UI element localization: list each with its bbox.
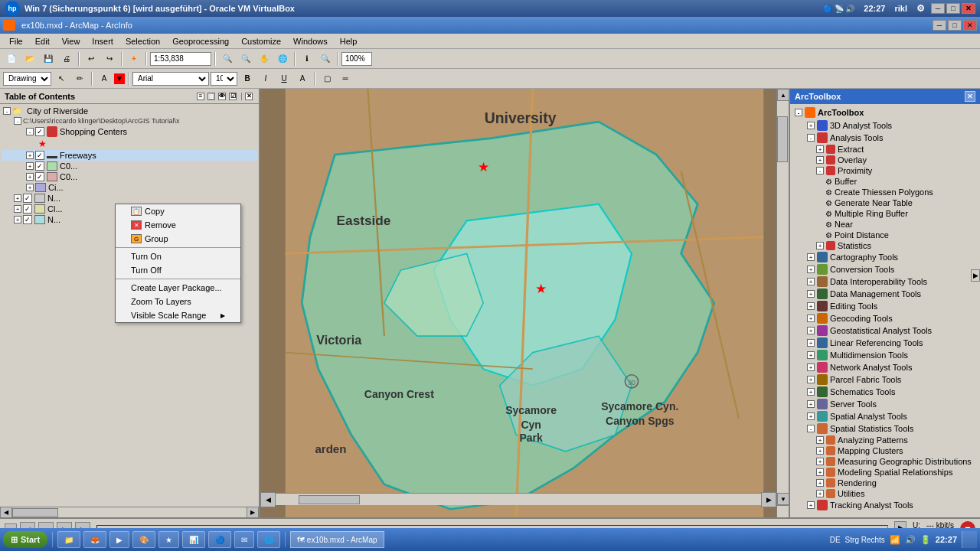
bold-btn[interactable]: B bbox=[239, 71, 256, 86]
tb-near-table[interactable]: ⚙ Generate Near Table bbox=[792, 197, 978, 208]
fill-color-btn[interactable]: ▢ bbox=[318, 71, 335, 86]
tb-measuring-geo[interactable]: + Measuring Geographic Distributions bbox=[792, 456, 978, 467]
expand-editing[interactable]: + bbox=[807, 302, 815, 310]
expand-geocod[interactable]: + bbox=[807, 315, 815, 322]
map-area[interactable]: ★ ★ University Eastside Victoria Canyon … bbox=[260, 89, 789, 517]
expand-analysis[interactable]: - bbox=[807, 134, 815, 142]
tb-linear-ref[interactable]: + Linear Referencing Tools bbox=[792, 337, 978, 349]
full-extent-btn[interactable]: 🌐 bbox=[274, 51, 291, 67]
minimize-button[interactable]: ─ bbox=[931, 3, 945, 14]
taskbar-ie[interactable]: 🌐 bbox=[257, 531, 280, 548]
ctx-create-pkg[interactable]: Create Layer Package... bbox=[116, 281, 240, 295]
expand-nlayer2[interactable]: + bbox=[14, 216, 21, 223]
show-desktop-btn[interactable] bbox=[962, 531, 977, 548]
tb-editing[interactable]: + Editing Tools bbox=[792, 300, 978, 312]
expand-layer1[interactable]: + bbox=[26, 162, 34, 170]
tb-near[interactable]: ⚙ Near bbox=[792, 219, 978, 230]
print-btn[interactable]: 🖨 bbox=[58, 51, 75, 67]
tb-server[interactable]: + Server Tools bbox=[792, 398, 978, 410]
ctx-zoom-layers[interactable]: Zoom To Layers bbox=[116, 295, 240, 308]
layer2-checkbox[interactable] bbox=[35, 172, 44, 181]
undo-btn[interactable]: ↩ bbox=[83, 51, 100, 67]
expand-freeways[interactable]: + bbox=[26, 152, 34, 159]
pan-btn[interactable]: ✋ bbox=[256, 51, 273, 67]
map-scroll-right[interactable]: ▶ bbox=[761, 492, 776, 507]
map-v-thumb[interactable] bbox=[777, 116, 788, 162]
toc-layer1-item[interactable]: + C0... bbox=[2, 161, 257, 171]
toc-freeways-item[interactable]: + Freeways bbox=[2, 150, 257, 161]
add-data-btn[interactable]: + bbox=[126, 51, 142, 67]
toolbox-close-btn[interactable]: ✕ bbox=[965, 91, 975, 102]
taskbar-mail[interactable]: ✉ bbox=[234, 531, 254, 548]
toc-source-view-btn[interactable]: 📋 bbox=[207, 93, 215, 100]
tb-multi-buffer[interactable]: ⚙ Multiple Ring Buffer bbox=[792, 208, 978, 219]
color-btn[interactable]: ▼ bbox=[114, 73, 125, 84]
toc-layer2-item[interactable]: + C0... bbox=[2, 171, 257, 182]
expand-nlayer1[interactable]: + bbox=[14, 194, 21, 202]
font-color-btn[interactable]: A bbox=[294, 71, 311, 86]
expand-arctoolbox[interactable]: - bbox=[795, 109, 802, 116]
tb-root[interactable]: - ArcToolbox bbox=[792, 106, 978, 119]
toc-root-item[interactable]: - 📁 City of Riverside bbox=[2, 106, 257, 116]
redo-btn[interactable]: ↪ bbox=[101, 51, 118, 67]
expand-layer3[interactable]: + bbox=[26, 184, 34, 191]
tb-spatial-analyst[interactable]: + Spatial Analyst Tools bbox=[792, 410, 978, 422]
expand-ap[interactable]: + bbox=[816, 436, 824, 444]
tb-conversion[interactable]: + Conversion Tools bbox=[792, 263, 978, 276]
close-button[interactable]: ✕ bbox=[962, 3, 975, 14]
map-scroll-up[interactable]: ▲ bbox=[777, 89, 789, 101]
toc-scroll-left[interactable]: ◀ bbox=[0, 507, 12, 518]
taskbar-cmd[interactable]: ▶ bbox=[109, 531, 129, 548]
tb-cartography[interactable]: + Cartography Tools bbox=[792, 251, 978, 263]
taskbar-ai[interactable]: ★ bbox=[158, 531, 179, 548]
underline-btn[interactable]: U bbox=[276, 71, 292, 86]
expand-city[interactable]: - bbox=[3, 107, 11, 115]
line-color-btn[interactable]: ═ bbox=[337, 71, 354, 86]
expand-conv[interactable]: + bbox=[807, 266, 815, 273]
expand-util[interactable]: + bbox=[816, 490, 824, 497]
settings-icon[interactable]: ⚙ bbox=[916, 3, 925, 14]
tb-overlay[interactable]: + Overlay bbox=[792, 155, 978, 165]
tb-mapping-clusters[interactable]: + Mapping Clusters bbox=[792, 445, 978, 456]
toolbox-edge-tab[interactable]: ▶ bbox=[971, 269, 980, 282]
menu-insert[interactable]: Insert bbox=[86, 35, 119, 47]
tb-geocoding[interactable]: + Geocoding Tools bbox=[792, 312, 978, 324]
font-dropdown[interactable]: Arial bbox=[132, 72, 209, 86]
expand-extract[interactable]: + bbox=[816, 145, 824, 153]
expand-tracking[interactable]: + bbox=[807, 501, 815, 509]
expand-mg[interactable]: + bbox=[816, 458, 824, 465]
toc-layer3-item[interactable]: + Ci... bbox=[2, 182, 257, 193]
expand-network[interactable]: + bbox=[807, 364, 815, 371]
expand-shopping[interactable]: - bbox=[26, 128, 34, 135]
expand-server[interactable]: + bbox=[807, 400, 815, 408]
menu-geoprocessing[interactable]: Geoprocessing bbox=[166, 35, 235, 47]
toc-scroll-thumb[interactable] bbox=[12, 508, 58, 517]
menu-edit[interactable]: Edit bbox=[29, 35, 56, 47]
expand-mgmt[interactable]: + bbox=[807, 290, 815, 298]
tb-statistics[interactable]: + Statistics bbox=[792, 240, 978, 251]
expand-sstats[interactable]: - bbox=[807, 425, 815, 432]
map-scroll-down[interactable]: ▼ bbox=[777, 493, 789, 505]
layer1-checkbox[interactable] bbox=[35, 161, 44, 171]
restore-button[interactable]: □ bbox=[946, 3, 960, 14]
tb-extract[interactable]: + Extract bbox=[792, 144, 978, 155]
tb-geostat[interactable]: + Geostatistical Analyst Tools bbox=[792, 324, 978, 337]
tb-spatial-stats[interactable]: - Spatial Statistics Tools bbox=[792, 422, 978, 435]
tb-utilities[interactable]: + Utilities bbox=[792, 488, 978, 499]
toc-select-view-btn[interactable]: ☑ bbox=[229, 93, 237, 100]
save-btn[interactable]: 💾 bbox=[40, 51, 57, 67]
tb-network[interactable]: + Network Analyst Tools bbox=[792, 361, 978, 373]
drawing-dropdown[interactable]: Drawing bbox=[3, 72, 51, 86]
expand-parcel[interactable]: + bbox=[807, 376, 815, 383]
map-h-thumb[interactable] bbox=[299, 495, 360, 504]
clayer-checkbox[interactable] bbox=[23, 204, 32, 214]
app-restore-button[interactable]: □ bbox=[948, 20, 962, 31]
expand-rend[interactable]: + bbox=[816, 479, 824, 487]
expand-mc[interactable]: + bbox=[816, 447, 824, 455]
tb-rendering[interactable]: + Rendering bbox=[792, 478, 978, 488]
open-btn[interactable]: 📂 bbox=[21, 51, 38, 67]
toc-scroll-right[interactable]: ▶ bbox=[247, 507, 259, 518]
identify-btn[interactable]: ℹ bbox=[299, 51, 315, 67]
expand-clayer[interactable]: + bbox=[14, 205, 21, 213]
expand-overlay[interactable]: + bbox=[816, 156, 824, 164]
